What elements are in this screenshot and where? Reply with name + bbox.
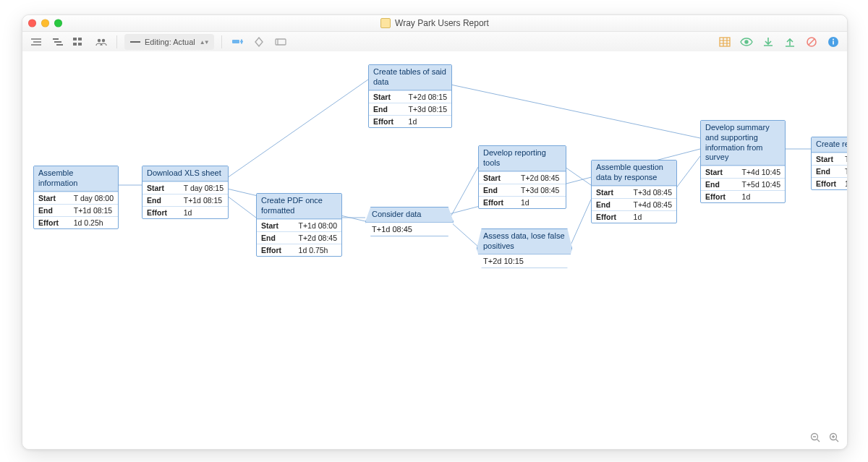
svg-marker-16	[255, 38, 263, 46]
svg-line-39	[570, 200, 591, 247]
svg-rect-28	[833, 41, 834, 45]
document-icon	[380, 18, 391, 28]
zoom-window-button[interactable]	[54, 20, 62, 27]
task-download-xls[interactable]: Download XLS sheet StartT day 08:15 EndT…	[142, 166, 229, 219]
svg-rect-8	[73, 43, 77, 46]
stop-button[interactable]	[804, 35, 820, 49]
svg-line-26	[809, 39, 814, 45]
svg-rect-7	[78, 38, 82, 40]
svg-point-24	[745, 40, 748, 43]
svg-point-10	[98, 39, 101, 42]
svg-rect-19	[720, 38, 730, 46]
svg-line-36	[451, 223, 478, 247]
diagram-canvas[interactable]: Assemble information StartT day 08:00 En…	[22, 51, 847, 449]
milestone-title: Consider data	[366, 208, 453, 223]
task-title: Create tables of said data	[369, 65, 451, 90]
svg-line-38	[565, 167, 591, 185]
close-window-button[interactable]	[28, 20, 36, 27]
add-milestone-button[interactable]	[251, 35, 267, 49]
svg-rect-4	[54, 41, 61, 43]
gantt-view-button[interactable]	[50, 35, 66, 49]
milestone-title: Assess data, lose false positives	[477, 229, 571, 254]
svg-line-47	[836, 440, 839, 442]
task-title: Develop summary and supporting informati…	[701, 121, 785, 166]
task-title: Assemble question data by response	[592, 161, 676, 186]
network-view-button[interactable]	[72, 35, 88, 49]
task-assemble-information[interactable]: Assemble information StartT day 08:00 En…	[33, 166, 119, 229]
task-create-tables[interactable]: Create tables of said data StartT+2d 08:…	[368, 64, 452, 128]
zoom-in-button[interactable]	[828, 432, 840, 443]
task-develop-summary[interactable]: Develop summary and supporting informati…	[700, 120, 786, 203]
svg-line-44	[817, 440, 820, 442]
task-develop-tools[interactable]: Develop reporting tools StartT+2d 08:45 …	[478, 145, 566, 209]
resource-view-button[interactable]	[93, 35, 109, 49]
task-title: Assemble information	[34, 166, 118, 192]
svg-rect-3	[53, 38, 59, 40]
inspector-button[interactable]	[825, 35, 841, 49]
svg-point-11	[102, 39, 105, 42]
titlebar: Wray Park Users Report	[22, 15, 847, 32]
svg-rect-5	[56, 44, 63, 46]
svg-line-35	[451, 167, 478, 215]
app-window: Wray Park Users Report Editing: Actual ▲…	[22, 14, 848, 450]
svg-line-33	[227, 196, 256, 218]
task-title: Create PDF once formatted	[257, 194, 341, 219]
milestone-assess-data[interactable]: Assess data, lose false positives T+2d 1…	[477, 228, 572, 268]
editing-mode-select[interactable]: Editing: Actual ▲▼	[124, 34, 214, 50]
traffic-lights	[28, 20, 62, 27]
import-button[interactable]	[760, 35, 776, 49]
milestone-time: T+1d 08:45	[366, 223, 453, 236]
export-button[interactable]	[782, 35, 798, 49]
svg-rect-17	[276, 39, 286, 45]
task-create-pdf[interactable]: Create PDF once formatted StartT+1d 08:0…	[256, 193, 342, 257]
svg-point-29	[833, 39, 834, 40]
minimize-window-button[interactable]	[41, 20, 49, 27]
svg-line-40	[451, 85, 700, 138]
chevron-updown-icon: ▲▼	[200, 39, 208, 46]
svg-rect-9	[78, 43, 82, 46]
editing-mode-label: Editing: Actual	[145, 38, 195, 46]
toolbar: Editing: Actual ▲▼	[22, 32, 847, 53]
svg-rect-13	[232, 40, 239, 43]
task-assemble-question-data[interactable]: Assemble question data by response Start…	[591, 160, 677, 223]
zoom-out-button[interactable]	[809, 432, 821, 443]
task-title: Download XLS sheet	[142, 166, 228, 181]
milestone-time: T+2d 10:15	[477, 254, 571, 268]
svg-rect-15	[241, 40, 242, 44]
svg-line-41	[676, 156, 700, 189]
svg-rect-6	[73, 38, 77, 40]
task-title: Create re	[812, 137, 848, 153]
outline-view-button[interactable]	[28, 35, 44, 49]
svg-line-31	[227, 80, 368, 178]
svg-rect-12	[130, 41, 140, 43]
window-title-text: Wray Park Users Report	[395, 18, 489, 28]
zoom-controls	[809, 432, 840, 443]
milestone-consider-data[interactable]: Consider data T+1d 08:45	[365, 207, 454, 236]
add-group-button[interactable]	[273, 35, 289, 49]
task-create-re-partial[interactable]: Create re StartT+5 EndT+6 Effort1d	[811, 137, 848, 190]
add-task-button[interactable]	[229, 35, 245, 49]
view-options-button[interactable]	[739, 35, 754, 49]
task-title: Develop reporting tools	[479, 146, 566, 171]
window-title: Wray Park Users Report	[380, 18, 489, 28]
grid-toggle-button[interactable]	[717, 35, 733, 49]
